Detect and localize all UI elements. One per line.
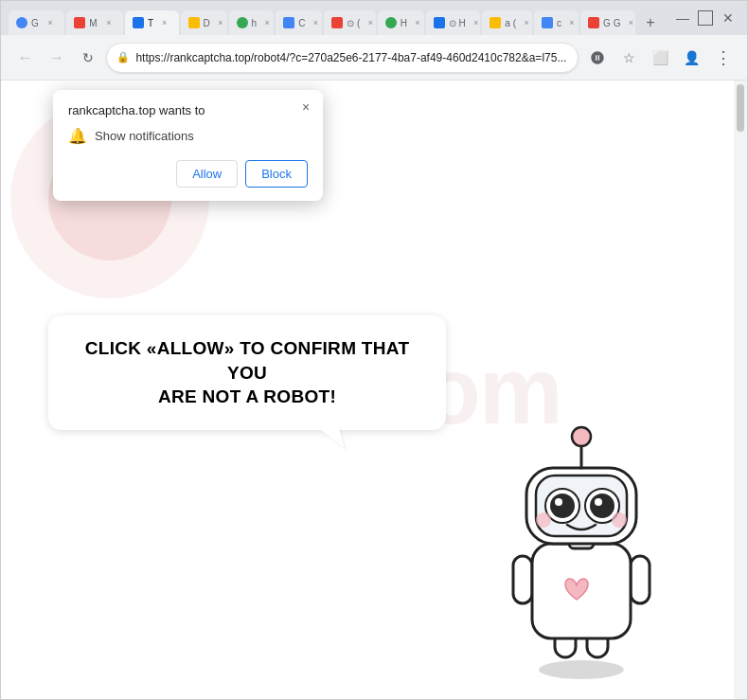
- block-button[interactable]: Block: [245, 160, 308, 188]
- new-tab-button[interactable]: +: [637, 10, 664, 35]
- svg-rect-2: [513, 556, 532, 603]
- tab-2-label: M W: [89, 18, 98, 28]
- notification-popup: × rankcaptcha.top wants to 🔔 Show notifi…: [53, 90, 323, 201]
- tab-9[interactable]: ⊙ H ×: [426, 10, 481, 35]
- svg-point-13: [595, 498, 602, 506]
- tab-strip: G W × M W × Tr... × D ×: [9, 1, 664, 35]
- close-button[interactable]: ✕: [721, 10, 736, 26]
- tab-3-close[interactable]: ×: [158, 16, 171, 29]
- window-controls: — ✕: [664, 1, 747, 35]
- tab-9-label: ⊙ H: [449, 18, 466, 28]
- tab-3-favicon: [133, 17, 144, 28]
- tab-7[interactable]: ⊙ ( ×: [324, 10, 376, 35]
- tab-11-label: c: [557, 18, 561, 28]
- tab-2-close[interactable]: ×: [102, 16, 116, 29]
- popup-notification-text: Show notifications: [95, 129, 194, 143]
- google-apps-button[interactable]: [584, 45, 610, 71]
- tab-11-favicon: [542, 17, 553, 28]
- tab-1-close[interactable]: ×: [44, 16, 57, 29]
- tab-5[interactable]: h ×: [229, 10, 275, 35]
- tab-8[interactable]: H ×: [378, 10, 424, 35]
- popup-title: rankcaptcha.top wants to: [68, 103, 308, 117]
- tab-1[interactable]: G W ×: [9, 10, 64, 35]
- svg-point-9: [550, 494, 575, 518]
- bell-icon: 🔔: [68, 127, 87, 145]
- tab-10-label: a (: [505, 18, 516, 28]
- back-button[interactable]: ←: [12, 45, 38, 71]
- tab-10-favicon: [490, 17, 501, 28]
- popup-button-row: Allow Block: [68, 160, 308, 188]
- minimize-button[interactable]: —: [675, 10, 690, 26]
- tab-7-favicon: [331, 17, 343, 28]
- menu-button[interactable]: ⋮: [710, 45, 736, 71]
- bubble-line-1: CLICK «ALLOW» TO CONFIRM THAT YOU: [85, 338, 410, 383]
- tab-5-favicon: [237, 17, 248, 28]
- tab-2[interactable]: M W ×: [66, 10, 123, 35]
- tab-10[interactable]: a ( ×: [482, 10, 532, 35]
- svg-point-12: [590, 494, 614, 518]
- bubble-text: CLICK «ALLOW» TO CONFIRM THAT YOU ARE NO…: [75, 336, 419, 409]
- tab-9-favicon: [434, 17, 445, 28]
- bubble-line-2: ARE NOT A ROBOT!: [158, 386, 336, 406]
- tab-12-close[interactable]: ×: [624, 16, 635, 29]
- tab-8-label: H: [401, 18, 407, 28]
- tab-search-button[interactable]: ⬜: [648, 45, 673, 71]
- message-bubble: CLICK «ALLOW» TO CONFIRM THAT YOU ARE NO…: [48, 315, 446, 430]
- tab-4-label: D: [204, 18, 210, 28]
- svg-point-14: [536, 512, 551, 528]
- tab-8-favicon: [385, 17, 397, 28]
- tab-11-close[interactable]: ×: [565, 16, 579, 29]
- svg-rect-3: [631, 556, 650, 603]
- svg-point-17: [572, 427, 591, 446]
- tab-3-active[interactable]: Tr... ×: [125, 10, 179, 35]
- allow-button[interactable]: Allow: [176, 160, 238, 188]
- tab-6-favicon: [283, 17, 294, 28]
- tab-4-close[interactable]: ×: [214, 16, 227, 29]
- popup-notification-row: 🔔 Show notifications: [68, 127, 308, 145]
- maximize-button[interactable]: [698, 10, 713, 26]
- popup-close-button[interactable]: ×: [296, 98, 315, 117]
- tab-5-label: h: [252, 18, 258, 28]
- tab-2-favicon: [74, 17, 85, 28]
- scrollbar[interactable]: [734, 81, 747, 699]
- tab-11[interactable]: c ×: [534, 10, 579, 35]
- tab-9-close[interactable]: ×: [470, 16, 481, 29]
- tab-1-favicon: [16, 17, 27, 28]
- svg-point-15: [612, 512, 627, 528]
- tab-8-close[interactable]: ×: [411, 16, 424, 29]
- page-content: risk.com × rankcaptcha.top wants to 🔔 Sh…: [1, 81, 747, 699]
- svg-point-10: [555, 498, 562, 506]
- forward-button[interactable]: →: [44, 45, 69, 71]
- tab-5-close[interactable]: ×: [260, 16, 274, 29]
- profile-button[interactable]: 👤: [679, 45, 704, 71]
- address-bar: ← → ↻ 🔒 https://rankcaptcha.top/robot4/?…: [1, 35, 747, 81]
- tab-4-favicon: [188, 17, 200, 28]
- refresh-button[interactable]: ↻: [75, 45, 100, 71]
- lock-icon: 🔒: [116, 51, 130, 63]
- address-input[interactable]: 🔒 https://rankcaptcha.top/robot4/?c=270a…: [106, 43, 579, 73]
- tab-6[interactable]: C ×: [276, 10, 322, 35]
- tab-6-label: C: [298, 18, 305, 28]
- url-text: https://rankcaptcha.top/robot4/?c=270a25…: [135, 51, 566, 64]
- scrollbar-thumb[interactable]: [737, 84, 744, 132]
- tab-6-close[interactable]: ×: [309, 16, 322, 29]
- title-bar: G W × M W × Tr... × D ×: [1, 1, 747, 35]
- tab-12[interactable]: G G ×: [580, 10, 635, 35]
- browser-window: G W × M W × Tr... × D ×: [0, 0, 748, 700]
- robot-svg: [487, 416, 676, 681]
- robot-shadow: [539, 660, 624, 679]
- tab-7-label: ⊙ (: [347, 18, 360, 28]
- robot-container: [487, 416, 676, 685]
- tab-10-close[interactable]: ×: [520, 16, 532, 29]
- tab-12-favicon: [588, 17, 599, 28]
- tab-1-label: G W: [31, 18, 40, 28]
- tab-3-label: Tr...: [148, 18, 154, 28]
- tab-7-close[interactable]: ×: [364, 16, 375, 29]
- tab-12-label: G G: [603, 18, 620, 28]
- bookmark-button[interactable]: ☆: [616, 45, 642, 71]
- tab-4[interactable]: D ×: [181, 10, 227, 35]
